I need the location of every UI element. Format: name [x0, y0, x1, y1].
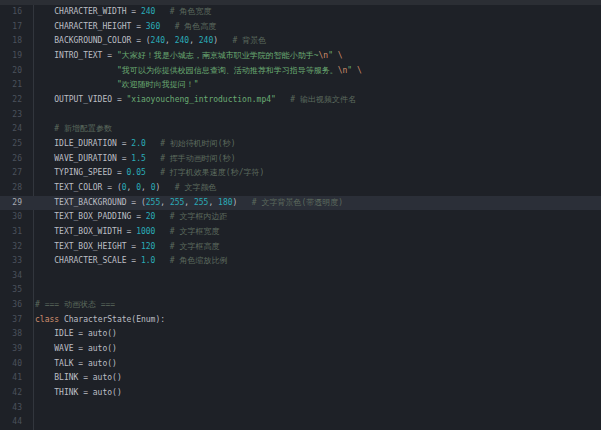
code-line[interactable]: 26 WAVE_DURATION = 1.5 # 挥手动画时间(秒) [0, 152, 601, 167]
line-number[interactable]: 40 [0, 357, 30, 372]
code-text: THINK = auto() [30, 386, 601, 401]
code-text [30, 283, 601, 298]
code-text: CHARACTER_SCALE = 1.0 # 角色缩放比例 [30, 254, 601, 269]
code-text: CHARACTER_WIDTH = 240 # 角色宽度 [30, 5, 601, 20]
line-number[interactable]: 27 [0, 166, 30, 181]
code-text: INTRO_TEXT = "大家好！我是小城志，南京城市职业学院的智能小助手~\… [30, 49, 601, 64]
line-number[interactable]: 25 [0, 137, 30, 152]
code-text: TEXT_BOX_HEIGHT = 120 # 文字框高度 [30, 240, 601, 255]
code-text: WAVE_DURATION = 1.5 # 挥手动画时间(秒) [30, 152, 601, 167]
line-number[interactable]: 43 [0, 401, 30, 416]
code-text: "欢迎随时向我提问！" [30, 78, 601, 93]
code-line[interactable]: 31 TEXT_BOX_WIDTH = 1000 # 文字框宽度 [0, 225, 601, 240]
code-line[interactable]: 42 THINK = auto() [0, 386, 601, 401]
code-text: TEXT_BOX_PADDING = 20 # 文字框内边距 [30, 210, 601, 225]
code-text: TYPING_SPEED = 0.05 # 打字机效果速度(秒/字符) [30, 166, 601, 181]
line-number[interactable]: 28 [0, 181, 30, 196]
line-number[interactable]: 37 [0, 313, 30, 328]
line-number[interactable]: 24 [0, 122, 30, 137]
code-line[interactable]: 18 BACKGROUND_COLOR = (240, 240, 240) # … [0, 34, 601, 49]
code-line[interactable]: 23 [0, 108, 601, 123]
line-number[interactable]: 22 [0, 93, 30, 108]
code-text: TEXT_BOX_WIDTH = 1000 # 文字框宽度 [30, 225, 601, 240]
code-text: # === 动画状态 === [30, 298, 601, 313]
line-number[interactable]: 42 [0, 386, 30, 401]
line-number[interactable]: 41 [0, 371, 30, 386]
line-number[interactable]: 34 [0, 269, 30, 284]
code-line[interactable]: 19 INTRO_TEXT = "大家好！我是小城志，南京城市职业学院的智能小助… [0, 49, 601, 64]
line-number[interactable]: 36 [0, 298, 30, 313]
line-number[interactable]: 33 [0, 254, 30, 269]
code-line[interactable]: 33 CHARACTER_SCALE = 1.0 # 角色缩放比例 [0, 254, 601, 269]
code-line[interactable]: 21 "欢迎随时向我提问！" [0, 78, 601, 93]
code-line[interactable]: 25 IDLE_DURATION = 2.0 # 初始待机时间(秒) [0, 137, 601, 152]
line-number[interactable]: 38 [0, 327, 30, 342]
line-number[interactable]: 19 [0, 49, 30, 64]
code-text: WAVE = auto() [30, 342, 601, 357]
line-number[interactable]: 17 [0, 20, 30, 35]
code-line[interactable]: 27 TYPING_SPEED = 0.05 # 打字机效果速度(秒/字符) [0, 166, 601, 181]
code-line[interactable]: 16 CHARACTER_WIDTH = 240 # 角色宽度 [0, 5, 601, 20]
line-number[interactable]: 44 [0, 415, 30, 430]
code-line[interactable]: 38 IDLE = auto() [0, 327, 601, 342]
code-line[interactable]: 32 TEXT_BOX_HEIGHT = 120 # 文字框高度 [0, 240, 601, 255]
code-text: IDLE_DURATION = 2.0 # 初始待机时间(秒) [30, 137, 601, 152]
line-number[interactable]: 31 [0, 225, 30, 240]
code-text: TEXT_COLOR = (0, 0, 0) # 文字颜色 [30, 181, 601, 196]
line-number[interactable]: 16 [0, 5, 30, 20]
code-area[interactable]: 16 CHARACTER_WIDTH = 240 # 角色宽度17 CHARAC… [0, 5, 601, 430]
code-text: class CharacterState(Enum): [30, 313, 601, 328]
line-number[interactable]: 26 [0, 152, 30, 167]
line-number[interactable]: 21 [0, 78, 30, 93]
code-line[interactable]: 17 CHARACTER_HEIGHT = 360 # 角色高度 [0, 20, 601, 35]
code-line[interactable]: 40 TALK = auto() [0, 357, 601, 372]
code-line[interactable]: 34 [0, 269, 601, 284]
line-number[interactable]: 23 [0, 108, 30, 123]
line-number[interactable]: 32 [0, 240, 30, 255]
code-text: TEXT_BACKGROUND = (255, 255, 255, 180) #… [30, 196, 601, 211]
code-line[interactable]: 43 [0, 401, 601, 416]
line-number[interactable]: 39 [0, 342, 30, 357]
code-line[interactable]: 22 OUTPUT_VIDEO = "xiaoyoucheng_introduc… [0, 93, 601, 108]
code-text: "我可以为你提供校园信息查询、活动推荐和学习指导等服务。\n" \ [30, 64, 601, 79]
code-text [30, 401, 601, 416]
code-text: BLINK = auto() [30, 371, 601, 386]
code-text: OUTPUT_VIDEO = "xiaoyoucheng_introductio… [30, 93, 601, 108]
code-line[interactable]: 35 [0, 283, 601, 298]
line-number[interactable]: 30 [0, 210, 30, 225]
code-text: # 新增配置参数 [30, 122, 601, 137]
code-text: TALK = auto() [30, 357, 601, 372]
line-number[interactable]: 35 [0, 283, 30, 298]
code-line[interactable]: 28 TEXT_COLOR = (0, 0, 0) # 文字颜色 [0, 181, 601, 196]
code-line[interactable]: 36# === 动画状态 === [0, 298, 601, 313]
code-line[interactable]: 20 "我可以为你提供校园信息查询、活动推荐和学习指导等服务。\n" \ [0, 64, 601, 79]
code-line[interactable]: 37class CharacterState(Enum): [0, 313, 601, 328]
code-line[interactable]: 30 TEXT_BOX_PADDING = 20 # 文字框内边距 [0, 210, 601, 225]
code-text: BACKGROUND_COLOR = (240, 240, 240) # 背景色 [30, 34, 601, 49]
line-number[interactable]: 18 [0, 34, 30, 49]
code-line[interactable]: 24 # 新增配置参数 [0, 122, 601, 137]
code-text: CHARACTER_HEIGHT = 360 # 角色高度 [30, 20, 601, 35]
code-line[interactable]: 29 TEXT_BACKGROUND = (255, 255, 255, 180… [0, 196, 601, 211]
line-number[interactable]: 29 [0, 196, 30, 211]
code-text [30, 415, 601, 430]
code-line[interactable]: 44 [0, 415, 601, 430]
code-line[interactable]: 41 BLINK = auto() [0, 371, 601, 386]
code-line[interactable]: 39 WAVE = auto() [0, 342, 601, 357]
line-number[interactable]: 20 [0, 64, 30, 79]
code-text [30, 269, 601, 284]
code-editor: 16 CHARACTER_WIDTH = 240 # 角色宽度17 CHARAC… [0, 0, 601, 430]
code-text: IDLE = auto() [30, 327, 601, 342]
code-text [30, 108, 601, 123]
